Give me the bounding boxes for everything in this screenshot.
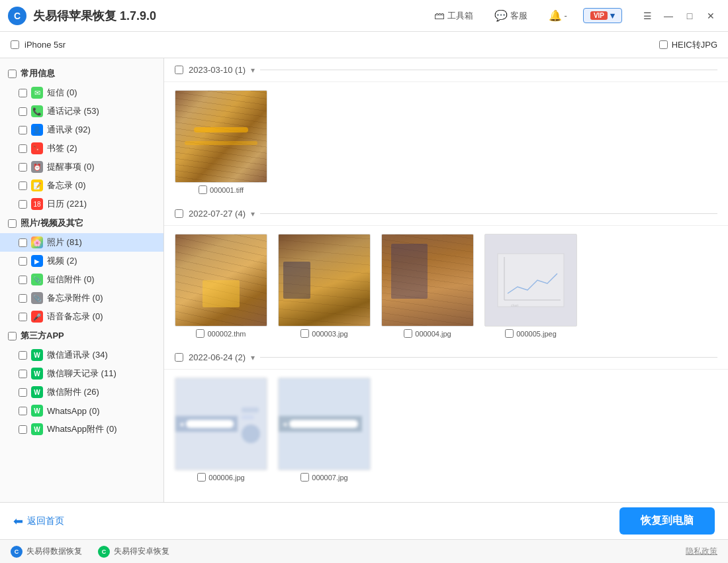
photo-item-2[interactable]: 000002.thm — [175, 234, 267, 338]
photo-thumb-7: ◀ — [278, 378, 371, 470]
bookmarks-icon: 🔖 — [31, 142, 43, 154]
date-line-1 — [260, 70, 717, 70]
photo-thumb-2 — [175, 234, 267, 327]
videos-icon: ▶ — [31, 255, 43, 267]
photo-item-5[interactable]: chart 000005.jpeg — [484, 234, 577, 338]
group-common-checkbox[interactable] — [8, 70, 17, 78]
whatsapp-attach-icon: W — [31, 423, 43, 435]
photo-item-1[interactable]: 000001.tiff — [175, 90, 267, 194]
device-name: iPhone 5sr — [24, 40, 66, 50]
restore-button[interactable]: □ — [680, 7, 699, 25]
device-checkbox[interactable] — [11, 40, 19, 49]
title-bar: C 失易得苹果恢复 1.7.9.0 🗃 工具箱 💬 客服 🔔 - VIP ▾ ☰… — [0, 0, 728, 32]
date-label-1: 2023-03-10 (1) — [189, 65, 246, 75]
sidebar-item-wechat-attachments[interactable]: W 微信附件 (26) — [0, 383, 163, 401]
notes-attach-icon: 📎 — [31, 292, 43, 304]
reminders-icon: ⏰ — [31, 161, 43, 173]
photo-filename-2: 000002.thm — [196, 329, 246, 338]
sidebar-item-whatsapp-attachments[interactable]: W WhatsApp附件 (0) — [0, 420, 163, 438]
photo-filename-6: 000006.jpg — [197, 473, 244, 482]
footer-brand-1-label: 失易得数据恢复 — [26, 546, 82, 557]
app-title: 失易得苹果恢复 1.7.9.0 — [33, 8, 422, 24]
sidebar-item-bookmarks[interactable]: 🔖 书签 (2) — [0, 139, 163, 158]
calls-icon: 📞 — [31, 105, 43, 117]
app-logo: C — [8, 7, 26, 25]
bottom-bar: ⬅ 返回首页 恢复到电脑 — [0, 502, 728, 539]
sidebar-item-notes[interactable]: 📝 备忘录 (0) — [0, 176, 163, 195]
heic-checkbox[interactable] — [659, 40, 668, 49]
photo-6-checkbox[interactable] — [197, 473, 206, 482]
group-3rdparty-checkbox[interactable] — [8, 332, 17, 340]
sidebar-item-photos[interactable]: 🌸 照片 (81) — [0, 233, 163, 252]
sidebar-group-3rdparty: 第三方APP — [0, 326, 163, 346]
photo-filename-3: 000003.jpg — [300, 329, 347, 338]
photo-4-checkbox[interactable] — [404, 329, 412, 338]
date-group-2-checkbox[interactable] — [175, 209, 183, 218]
service-icon: 💬 — [494, 9, 508, 22]
date-label-2: 2022-07-27 (4) — [189, 209, 246, 219]
photo-7-checkbox[interactable] — [300, 473, 309, 482]
sidebar-item-wechat-contacts[interactable]: W 微信通讯录 (34) — [0, 346, 163, 364]
date-chevron-2[interactable]: ▾ — [251, 209, 255, 219]
date-group-1-checkbox[interactable] — [175, 66, 183, 74]
photo-item-4[interactable]: 000004.jpg — [381, 234, 474, 338]
sms-icon: ✉ — [31, 87, 43, 99]
sidebar-item-calls[interactable]: 📞 通话记录 (53) — [0, 102, 163, 121]
date-group-1: 2023-03-10 (1) ▾ 000001.tiff — [164, 58, 728, 202]
sms-attach-icon: 📎 — [31, 274, 43, 285]
sidebar-item-contacts[interactable]: 👤 通讯录 (92) — [0, 121, 163, 139]
footer: C 失易得数据恢复 C 失易得安卓恢复 隐私政策 — [0, 539, 728, 563]
photo-filename-7: 000007.jpg — [300, 473, 347, 482]
sidebar: 常用信息 ✉ 短信 (0) 📞 通话记录 (53) 👤 通讯录 (92) 🔖 书… — [0, 58, 164, 502]
sidebar-item-wechat-chat[interactable]: W 微信聊天记录 (11) — [0, 364, 163, 383]
wechat-chat-icon: W — [31, 368, 43, 380]
photo-filename-4: 000004.jpg — [404, 329, 451, 338]
date-header-1: 2023-03-10 (1) ▾ — [164, 58, 728, 82]
footer-brand-2-label: 失易得安卓恢复 — [114, 546, 169, 557]
back-button[interactable]: ⬅ 返回首页 — [13, 514, 64, 529]
sidebar-item-voice-memos[interactable]: 🎤 语音备忘录 (0) — [0, 307, 163, 326]
back-label: 返回首页 — [27, 515, 64, 527]
content-area: 2023-03-10 (1) ▾ 000001.tiff — [164, 58, 728, 502]
date-group-3-checkbox[interactable] — [175, 353, 183, 362]
date-header-2: 2022-07-27 (4) ▾ — [164, 202, 728, 226]
date-header-3: 2022-06-24 (2) ▾ — [164, 346, 728, 370]
sidebar-item-reminders[interactable]: ⏰ 提醒事项 (0) — [0, 158, 163, 176]
photo-2-checkbox[interactable] — [196, 329, 205, 338]
toolbar-buttons: 🗃 工具箱 💬 客服 🔔 - VIP ▾ ☰ — □ ✕ — [429, 7, 720, 25]
sidebar-item-sms[interactable]: ✉ 短信 (0) — [0, 83, 163, 102]
photos-icon: 🌸 — [31, 236, 43, 248]
voice-icon: 🎤 — [31, 311, 43, 323]
date-chevron-3[interactable]: ▾ — [251, 353, 255, 362]
close-button[interactable]: ✕ — [702, 7, 720, 25]
photo-item-7[interactable]: ◀ 000007.jpg — [278, 378, 371, 482]
sidebar-group-common: 常用信息 — [0, 64, 163, 83]
svg-text:chart: chart — [511, 303, 519, 307]
sidebar-item-whatsapp[interactable]: W WhatsApp (0) — [0, 401, 163, 420]
group-photos-checkbox[interactable] — [8, 219, 17, 228]
toolbox-button[interactable]: 🗃 工具箱 — [429, 7, 478, 25]
privacy-link[interactable]: 隐私政策 — [686, 546, 717, 557]
photo-grid-1: 000001.tiff — [164, 82, 728, 202]
sidebar-item-calendar[interactable]: 18 日历 (221) — [0, 195, 163, 213]
notes-icon: 📝 — [31, 179, 43, 191]
recover-button[interactable]: 恢复到电脑 — [619, 507, 715, 535]
photo-item-6[interactable]: ◀ — [175, 378, 267, 482]
sidebar-item-notes-attachments[interactable]: 📎 备忘录附件 (0) — [0, 289, 163, 307]
photo-item-3[interactable]: 000003.jpg — [278, 234, 371, 338]
footer-logo-1: C — [11, 546, 23, 558]
sidebar-item-videos[interactable]: ▶ 视频 (2) — [0, 252, 163, 270]
service-button[interactable]: 💬 客服 — [489, 7, 533, 25]
date-group-2: 2022-07-27 (4) ▾ 000002.thm — [164, 202, 728, 346]
bell-button[interactable]: 🔔 - — [543, 7, 572, 25]
vip-button[interactable]: VIP ▾ — [583, 8, 622, 23]
date-chevron-1[interactable]: ▾ — [251, 66, 255, 75]
photo-3-checkbox[interactable] — [300, 329, 309, 338]
toolbox-icon: 🗃 — [434, 10, 445, 22]
menu-button[interactable]: ☰ — [638, 7, 657, 25]
photo-1-checkbox[interactable] — [199, 185, 207, 194]
photo-5-checkbox[interactable] — [505, 329, 514, 338]
sidebar-item-sms-attachments[interactable]: 📎 短信附件 (0) — [0, 270, 163, 289]
minimize-button[interactable]: — — [659, 7, 678, 25]
footer-brand-2: C 失易得安卓恢复 — [98, 546, 169, 558]
